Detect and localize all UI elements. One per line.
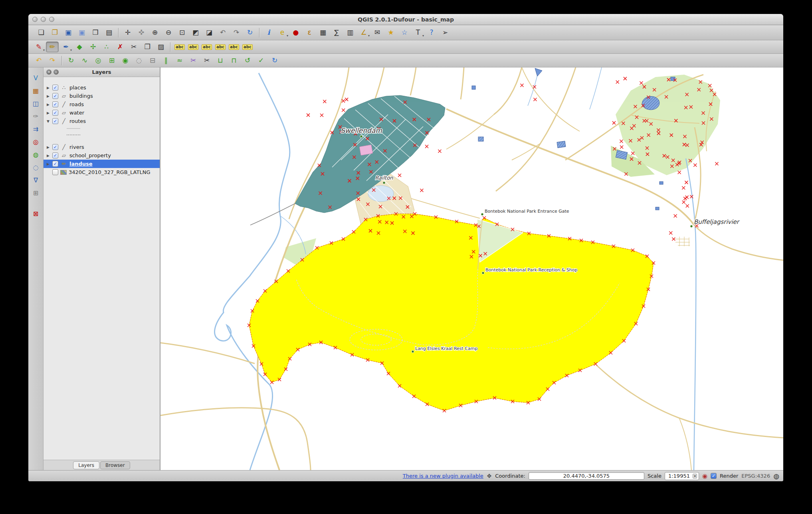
reshape-features-button[interactable]: ≈ (173, 55, 186, 66)
layer-item-rivers[interactable]: ▶✓╱rivers (44, 143, 160, 151)
add-oracle-layer-button[interactable]: ◎ (30, 137, 42, 147)
zoom-in-button[interactable]: ⊕ (149, 27, 161, 38)
chevron-right-icon[interactable]: ▶ (46, 145, 50, 149)
add-vector-layer-button[interactable]: V (30, 73, 42, 83)
chevron-down-icon[interactable]: ▼ (46, 119, 50, 123)
labeling-options-button[interactable]: abc (173, 42, 186, 52)
label-rotate-button[interactable]: abc (228, 42, 240, 52)
layer-item-roads[interactable]: ▶✓╱roads (44, 100, 160, 109)
add-postgis-layer-button[interactable]: ◫ (30, 99, 42, 109)
label-properties-button[interactable]: abc (241, 42, 254, 52)
identify-features-button[interactable]: i (262, 27, 275, 38)
chevron-right-icon[interactable]: ▶ (46, 86, 50, 90)
whats-this-button[interactable]: ➢ (439, 27, 452, 38)
add-wcs-layer-button[interactable]: ◌ (30, 162, 42, 173)
layer-item-places[interactable]: ▶✓∴places (44, 83, 160, 92)
new-project-button[interactable]: ❏ (35, 27, 48, 38)
pan-to-selection-button[interactable]: ✜ (135, 27, 148, 38)
open-project-button[interactable]: ❐ (48, 27, 61, 38)
add-part-button[interactable]: ⊞ (105, 55, 118, 66)
chevron-right-icon[interactable]: ▶ (46, 103, 50, 107)
layer-item-3420C_2010_327_RGB_LATLNG[interactable]: ▶3420C_2010_327_RGB_LATLNG (44, 168, 160, 176)
layer-visibility-checkbox[interactable]: ✓ (52, 161, 58, 167)
zoom-window-button[interactable] (49, 17, 54, 22)
fill-ring-button[interactable]: ◉ (119, 55, 132, 66)
pan-map-button[interactable]: ✛ (121, 27, 134, 38)
label-pin-button[interactable]: abc (187, 42, 200, 52)
cut-features-button[interactable]: ✂ (127, 42, 140, 52)
run-feature-action-button[interactable]: e▾ (276, 27, 289, 38)
layer-item-buildings[interactable]: ▶✓▱buildings (44, 92, 160, 100)
field-calculator-button[interactable]: ∑ (330, 27, 343, 38)
panel-close-button[interactable]: ✕ (46, 69, 51, 75)
new-print-composer-button[interactable]: ❒ (89, 27, 102, 38)
label-show-hide-button[interactable]: abc (200, 42, 213, 52)
layer-visibility-checkbox[interactable]: ✓ (52, 152, 58, 158)
save-project-as-button[interactable]: ▣ (75, 27, 88, 38)
rotate-point-symbols-button[interactable]: ↺ (241, 55, 254, 66)
zoom-full-button[interactable]: ⊡ (176, 27, 188, 38)
panel-float-button[interactable]: ▫ (53, 69, 59, 75)
layer-item-school_property[interactable]: ▶✓▱school_property (44, 151, 160, 160)
tab-browser[interactable]: Browser (100, 461, 130, 469)
delete-part-button[interactable]: ⊟ (146, 55, 159, 66)
check-geometries-button[interactable]: ✓ (255, 55, 267, 66)
chevron-right-icon[interactable]: ▶ (46, 111, 50, 115)
add-spatialite-layer-button[interactable]: ✑ (30, 111, 42, 122)
layer-item-water[interactable]: ▶✓▱water (44, 109, 160, 117)
layer-visibility-checkbox[interactable]: ✓ (52, 110, 58, 116)
add-mssql-layer-button[interactable]: ⇉ (30, 124, 42, 134)
close-window-button[interactable] (32, 17, 38, 22)
redo-button[interactable]: ↷ (46, 55, 59, 66)
add-raster-layer-button[interactable]: ▦ (30, 86, 42, 96)
layer-item-landuse[interactable]: ▶✓✏landuse (44, 160, 160, 168)
sync-edits-button[interactable]: ↻ (268, 55, 281, 66)
save-layer-edits-button[interactable]: ✒▾ (59, 42, 72, 52)
statistics-summary-button[interactable]: ▥ (344, 27, 356, 38)
add-feature-button[interactable]: ◆ (73, 42, 86, 52)
new-bookmark-button[interactable]: ★ (384, 27, 397, 38)
measure-button[interactable]: ∠▾ (357, 27, 370, 38)
copy-features-button[interactable]: ❐ (141, 42, 154, 52)
add-wfs-layer-button[interactable]: ∇ (30, 175, 42, 186)
render-checkbox[interactable]: ✓ (711, 473, 717, 479)
deselect-all-button[interactable]: ● (289, 27, 302, 38)
map-canvas[interactable]: SwellendamRailtonBontebok National Park … (160, 67, 783, 470)
map-tips-button[interactable]: ✉ (371, 27, 384, 38)
chevron-right-icon[interactable]: ▶ (46, 154, 50, 158)
plugin-available-link[interactable]: There is a new plugin available (403, 473, 483, 479)
zoom-last-button[interactable]: ↶ (216, 27, 229, 38)
tab-layers[interactable]: Layers (73, 461, 99, 469)
zoom-to-layer-button[interactable]: ◪ (203, 27, 216, 38)
split-features-button[interactable]: ✂ (200, 55, 213, 66)
node-tool-button[interactable]: ∴ (100, 42, 113, 52)
layer-visibility-checkbox[interactable]: ✓ (52, 85, 58, 91)
simplify-feature-button[interactable]: ∿ (78, 55, 91, 66)
paste-features-button[interactable]: ▨ (154, 42, 167, 52)
chevron-right-icon[interactable]: ▶ (46, 162, 50, 166)
text-annotation-button[interactable]: T▾ (412, 27, 424, 38)
layer-visibility-checkbox[interactable]: ✓ (52, 93, 58, 99)
delete-ring-button[interactable]: ◌ (133, 55, 145, 66)
layer-item-routes[interactable]: ▼✓╱routes (44, 117, 160, 125)
magnifier-icon[interactable]: ◉ (702, 472, 707, 480)
layer-visibility-checkbox[interactable] (52, 169, 58, 175)
new-shapefile-layer-button[interactable]: ⊞ (30, 188, 42, 198)
scale-combo[interactable]: 1:19951 ▾ (665, 472, 699, 480)
save-project-button[interactable]: ▣ (62, 27, 75, 38)
label-move-button[interactable]: abc (214, 42, 227, 52)
open-attribute-table-button[interactable]: ▦ (317, 27, 329, 38)
chevron-right-icon[interactable]: ▶ (46, 94, 50, 98)
delete-selected-button[interactable]: ✗ (114, 42, 127, 52)
help-contents-button[interactable]: ? (425, 27, 438, 38)
window-titlebar[interactable]: QGIS 2.0.1-Dufour - basic_map (28, 14, 783, 25)
merge-features-button[interactable]: ⊔ (214, 55, 227, 66)
move-feature-button[interactable]: ✢ (87, 42, 99, 52)
add-wms-layer-button[interactable]: ◍ (30, 150, 42, 160)
show-bookmarks-button[interactable]: ☆ (398, 27, 411, 38)
crs-status-button[interactable]: ◍ (773, 472, 779, 480)
current-edits-button[interactable]: ✎▾ (32, 42, 45, 52)
offset-curve-button[interactable]: ∥ (160, 55, 172, 66)
plugin-icon[interactable]: ❖ (487, 472, 492, 480)
layer-visibility-checkbox[interactable]: ✓ (52, 101, 58, 107)
